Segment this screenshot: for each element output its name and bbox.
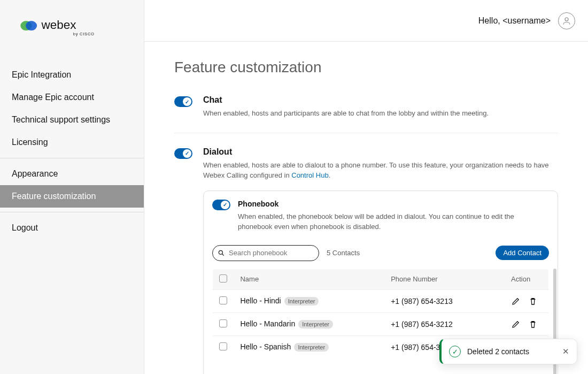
sidebar-item-tech-support[interactable]: Technical support settings (0, 109, 144, 131)
page-title: Feature customization (174, 59, 558, 76)
svg-line-6 (222, 254, 224, 255)
search-input[interactable] (212, 245, 319, 261)
toast-notification: ✓ Deleted 2 contacts ✕ (439, 339, 577, 364)
contact-phone: +1 (987) 654-3212 (384, 312, 505, 335)
phonebook-toolbar: 5 Contacts Add Contact (212, 245, 549, 261)
row-checkbox[interactable] (219, 319, 227, 327)
success-icon: ✓ (449, 346, 461, 357)
chat-description: When enabled, hosts and participants are… (203, 108, 558, 119)
nav-divider (0, 212, 144, 212)
select-all-checkbox[interactable] (219, 274, 227, 283)
table-row: Hello - MandarinInterpreter +1 (987) 654… (213, 312, 549, 335)
contact-name: Hello - Mandarin (240, 319, 295, 328)
svg-point-1 (26, 21, 37, 30)
user-greeting: Hello, <username> (478, 16, 551, 26)
nav: Epic Integration Manage Epic account Tec… (0, 53, 144, 239)
sidebar-item-epic-integration[interactable]: Epic Integration (0, 64, 144, 86)
column-phone: Phone Number (384, 269, 505, 289)
interpreter-tag: Interpreter (298, 320, 333, 329)
edit-icon[interactable] (511, 296, 521, 306)
svg-point-5 (219, 250, 222, 254)
delete-icon[interactable] (528, 319, 538, 329)
dialout-description: When enabled, hosts are able to dialout … (203, 160, 558, 181)
contact-name: Hello - Spanish (240, 342, 291, 351)
phonebook-description: When enabled, the phonebook below will b… (238, 211, 549, 232)
sidebar-item-manage-epic[interactable]: Manage Epic account (0, 86, 144, 109)
nav-divider (0, 158, 144, 158)
logo: webex by CISCO (0, 0, 144, 53)
sidebar-item-licensing[interactable]: Licensing (0, 131, 144, 154)
sidebar: webex by CISCO Epic Integration Manage E… (0, 0, 144, 374)
contact-phone: +1 (987) 654-3213 (384, 289, 505, 312)
row-checkbox[interactable] (219, 296, 227, 304)
dialout-toggle[interactable] (174, 148, 192, 159)
column-action: Action (505, 269, 549, 289)
phonebook-title: Phonebook (238, 200, 549, 208)
sidebar-item-appearance[interactable]: Appearance (0, 163, 144, 185)
control-hub-link[interactable]: Control Hub (291, 171, 328, 179)
edit-icon[interactable] (511, 319, 521, 329)
feature-chat: Chat When enabled, hosts and participant… (174, 95, 558, 133)
contact-name: Hello - Hindi (240, 296, 281, 305)
sidebar-item-logout[interactable]: Logout (0, 217, 144, 239)
search-box (212, 245, 319, 261)
sidebar-item-feature-customization[interactable]: Feature customization (0, 185, 144, 208)
delete-icon[interactable] (528, 296, 538, 306)
interpreter-tag: Interpreter (284, 297, 319, 306)
chat-title: Chat (203, 95, 558, 105)
add-contact-button[interactable]: Add Contact (496, 246, 549, 260)
svg-text:by CISCO: by CISCO (73, 32, 95, 36)
toast-message: Deleted 2 contacts (467, 347, 556, 356)
dialout-title: Dialout (203, 147, 558, 157)
table-row: Hello - HindiInterpreter +1 (987) 654-32… (213, 289, 549, 312)
close-icon[interactable]: ✕ (562, 347, 569, 356)
dialout-desc-post: . (329, 171, 331, 179)
svg-point-4 (565, 18, 568, 21)
content: Feature customization Chat When enabled,… (144, 42, 588, 374)
phonebook-header: Phonebook When enabled, the phonebook be… (212, 200, 549, 239)
chat-toggle[interactable] (174, 96, 192, 107)
svg-text:webex: webex (41, 18, 76, 32)
row-checkbox[interactable] (219, 342, 227, 350)
dialout-desc-pre: When enabled, hosts are able to dialout … (203, 161, 549, 180)
column-name: Name (234, 269, 384, 289)
avatar-icon[interactable] (558, 12, 575, 29)
contact-count: 5 Contacts (327, 249, 360, 257)
phonebook-toggle[interactable] (212, 200, 230, 210)
main: Hello, <username> Feature customization … (144, 0, 588, 374)
interpreter-tag: Interpreter (294, 343, 329, 352)
topbar: Hello, <username> (144, 0, 588, 42)
search-icon (218, 249, 225, 257)
